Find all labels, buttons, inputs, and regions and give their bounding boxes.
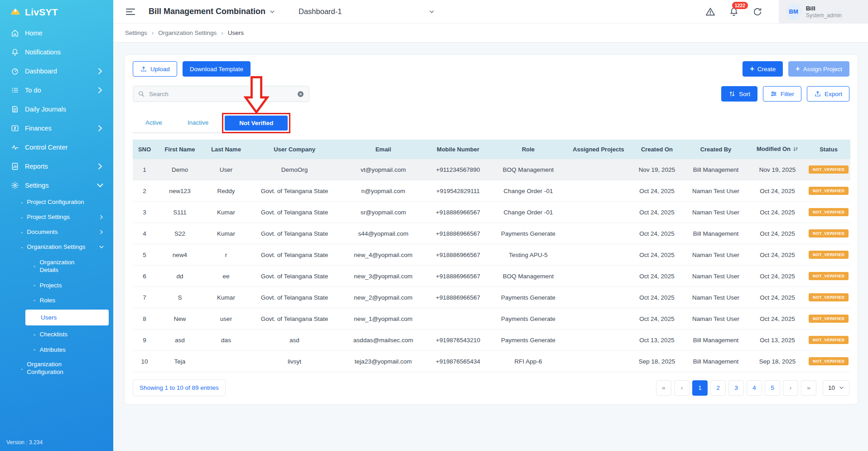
column-header-mobile-number[interactable]: Mobile Number — [426, 140, 490, 159]
sidebar-item-finances[interactable]: Finances — [0, 119, 113, 138]
table-row[interactable]: 9asddasasdasddas@mailsec.com+91987654321… — [133, 330, 850, 351]
tab-inactive[interactable]: Inactive — [175, 113, 222, 133]
sidebar-item-attributes[interactable]: ◦Attributes — [0, 342, 113, 358]
cell-first-name: Teja — [156, 351, 203, 372]
table-row[interactable]: 8NewuserGovt. of Telangana Statenew_1@yo… — [133, 308, 850, 330]
sidebar-item-reports[interactable]: Reports — [0, 157, 113, 176]
download-template-button[interactable]: Download Template — [183, 61, 251, 77]
refresh-icon[interactable] — [752, 7, 762, 17]
sidebar-item-label: Organization Details — [40, 258, 87, 274]
cell-assigned-projects — [567, 223, 630, 244]
page-button-1[interactable]: 1 — [692, 380, 708, 396]
column-header-first-name[interactable]: First Name — [156, 140, 203, 159]
table-row[interactable]: 3S111KumarGovt. of Telangana Statesr@yop… — [133, 202, 850, 223]
breadcrumb: Settings › Organization Settings › Users — [113, 24, 868, 43]
search-input[interactable] — [149, 91, 293, 97]
breadcrumb-organization-settings[interactable]: Organization Settings — [158, 29, 217, 36]
sidebar-item-project-settings[interactable]: -Project Settings — [0, 210, 113, 225]
column-header-status[interactable]: Status — [807, 140, 850, 159]
cell-assigned-projects — [567, 180, 630, 202]
sidebar-item-label: Notifications — [25, 48, 61, 56]
cell-created-on: Nov 19, 2025 — [630, 159, 684, 180]
notifications-button[interactable]: 1222 — [729, 7, 739, 17]
table-row[interactable]: 1DemoUserDemoOrgvt@yopmail.com+911234567… — [133, 159, 850, 180]
sidebar-item-projects[interactable]: ◦Projects — [0, 278, 113, 293]
sidebar-item-organization-settings[interactable]: -Organization Settings — [0, 240, 113, 255]
sidebar-item-roles[interactable]: ◦Roles — [0, 293, 113, 308]
table-row[interactable]: 7SKumarGovt. of Telangana Statenew_2@yop… — [133, 287, 850, 308]
cell-created-on: Oct 24, 2025 — [630, 202, 684, 223]
sidebar-item-organization-configuration[interactable]: -Organization Configuration — [0, 357, 113, 380]
sidebar-item-dashboard[interactable]: Dashboard — [0, 62, 113, 81]
column-header-last-name[interactable]: Last Name — [203, 140, 249, 159]
annotation-arrow — [244, 75, 269, 114]
cell-user-company: livsyt — [249, 351, 340, 372]
logo[interactable]: LivSYT — [0, 0, 113, 24]
sidebar-item-documents[interactable]: -Documents — [0, 225, 113, 240]
table-row[interactable]: 10Tejalivsytteja23@yopmail.com+919876565… — [133, 351, 850, 372]
sidebar-item-notifications[interactable]: Notifications — [0, 43, 113, 62]
assign-project-button[interactable]: + Assign Project — [788, 61, 849, 77]
column-header-assigned-projects[interactable]: Assigned Projects — [567, 140, 630, 159]
dashboard-select[interactable]: Dashboard-1 — [299, 7, 434, 16]
user-menu[interactable]: BM Bill System_admin — [779, 0, 868, 23]
column-header-role[interactable]: Role — [490, 140, 567, 159]
cell-status: NOT_VERIFIED — [807, 223, 850, 244]
sidebar-item-to-do[interactable]: To do — [0, 81, 113, 100]
table-row[interactable]: 4S22KumarGovt. of Telangana States44@yop… — [133, 223, 850, 244]
table-row[interactable]: 2new123ReddyGovt. of Telangana Staten@yo… — [133, 180, 850, 202]
tab-not-verified[interactable]: Not Verified — [225, 116, 288, 131]
breadcrumb-settings[interactable]: Settings — [125, 29, 147, 36]
sidebar-item-home[interactable]: Home — [0, 24, 113, 43]
sidebar-item-project-configuration[interactable]: -Project Configuration — [0, 195, 113, 210]
export-button[interactable]: Export — [807, 86, 849, 102]
page-button-5[interactable]: 5 — [765, 380, 780, 396]
table-row[interactable]: 5new4rGovt. of Telangana Statenew_4@yopm… — [133, 244, 850, 266]
column-header-sno[interactable]: SNO — [133, 140, 156, 159]
cell-last-name: Kumar — [203, 202, 249, 223]
column-header-email[interactable]: Email — [340, 140, 426, 159]
project-combination-select[interactable]: Bill Management Combination — [149, 7, 275, 16]
page-size-select[interactable]: 10 — [823, 380, 849, 396]
export-icon — [814, 90, 821, 97]
column-header-modified-on[interactable]: Modified On — [748, 140, 807, 159]
create-label: Create — [757, 66, 776, 73]
sidebar-item-checklists[interactable]: ◦Checklists — [0, 327, 113, 342]
sidebar-item-daily-journals[interactable]: Daily Journals — [0, 100, 113, 119]
next-page-button[interactable]: › — [783, 380, 798, 396]
sidebar-item-organization-details[interactable]: ◦Organization Details — [0, 255, 113, 278]
dash-marker: - — [21, 229, 23, 236]
page-button-2[interactable]: 2 — [710, 380, 726, 396]
cell-email: new_1@yopmail.com — [340, 308, 426, 330]
sort-button[interactable]: Sort — [721, 86, 757, 102]
filter-button[interactable]: Filter — [763, 86, 801, 102]
sidebar-item-label: Users — [41, 314, 57, 322]
cell-role: Change Order -01 — [490, 180, 567, 202]
chevron-right-icon — [99, 229, 104, 235]
filter-icon — [770, 90, 777, 97]
page-button-3[interactable]: 3 — [728, 380, 744, 396]
clear-search-icon[interactable] — [297, 90, 304, 98]
sidebar-item-settings[interactable]: Settings — [0, 176, 113, 195]
prev-page-button[interactable]: ‹ — [674, 380, 690, 396]
table-row[interactable]: 6ddeeGovt. of Telangana Statenew_3@yopma… — [133, 266, 850, 287]
column-header-created-on[interactable]: Created On — [630, 140, 684, 159]
hamburger-menu-icon[interactable] — [125, 6, 136, 18]
sidebar-item-users[interactable]: ◦Users — [25, 310, 109, 326]
cell-first-name: New — [156, 308, 203, 330]
page-button-4[interactable]: 4 — [747, 380, 762, 396]
column-header-created-by[interactable]: Created By — [684, 140, 748, 159]
cell-first-name: new123 — [156, 180, 203, 202]
column-header-user-company[interactable]: User Company — [249, 140, 340, 159]
first-page-button[interactable]: « — [656, 380, 671, 396]
upload-button[interactable]: Upload — [133, 61, 177, 77]
logo-text: LivSYT — [25, 7, 58, 18]
create-button[interactable]: + Create — [743, 61, 783, 77]
sidebar-item-control-center[interactable]: Control Center — [0, 138, 113, 157]
sidebar-item-label: Organization Configuration — [27, 361, 95, 376]
tab-active[interactable]: Active — [133, 113, 175, 133]
cell-assigned-projects — [567, 202, 630, 223]
warning-icon[interactable] — [705, 7, 715, 17]
avatar: BM — [786, 4, 801, 19]
last-page-button[interactable]: » — [801, 380, 816, 396]
